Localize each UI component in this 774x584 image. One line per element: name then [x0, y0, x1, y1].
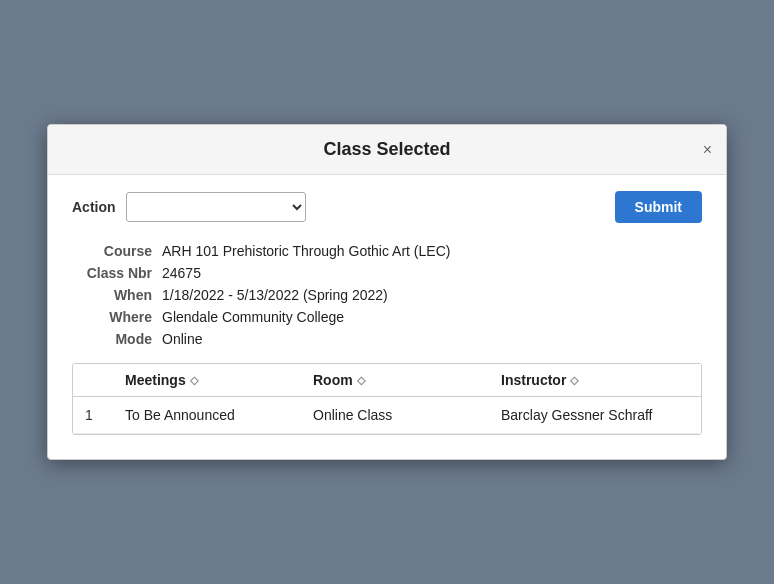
meetings-sort-icon[interactable]: ◇: [190, 374, 198, 387]
modal-header: Class Selected ×: [48, 125, 726, 175]
col-num-header: [85, 372, 125, 388]
row-room: Online Class: [313, 407, 501, 423]
class-nbr-value: 24675: [162, 265, 201, 281]
col-room-header[interactable]: Room ◇: [313, 372, 501, 388]
row-meetings: To Be Announced: [125, 407, 313, 423]
modal-title: Class Selected: [323, 139, 450, 160]
class-nbr-row: Class Nbr 24675: [72, 265, 702, 281]
row-instructor: Barclay Gessner Schraff: [501, 407, 689, 423]
action-select[interactable]: Enroll Drop Waitlist: [126, 192, 306, 222]
action-label: Action: [72, 199, 116, 215]
instructor-sort-icon[interactable]: ◇: [570, 374, 578, 387]
meetings-table: Meetings ◇ Room ◇ Instructor ◇ 1 To Be A…: [72, 363, 702, 435]
instructor-col-label: Instructor: [501, 372, 566, 388]
mode-value: Online: [162, 331, 202, 347]
mode-row: Mode Online: [72, 331, 702, 347]
mode-key: Mode: [72, 331, 162, 347]
when-value: 1/18/2022 - 5/13/2022 (Spring 2022): [162, 287, 388, 303]
when-row: When 1/18/2022 - 5/13/2022 (Spring 2022): [72, 287, 702, 303]
close-button[interactable]: ×: [703, 142, 712, 158]
submit-button[interactable]: Submit: [615, 191, 702, 223]
table-header: Meetings ◇ Room ◇ Instructor ◇: [73, 364, 701, 397]
course-key: Course: [72, 243, 162, 259]
modal-body: Action Enroll Drop Waitlist Submit Cours…: [48, 175, 726, 459]
where-row: Where Glendale Community College: [72, 309, 702, 325]
info-section: Course ARH 101 Prehistoric Through Gothi…: [72, 243, 702, 347]
room-sort-icon[interactable]: ◇: [357, 374, 365, 387]
class-nbr-key: Class Nbr: [72, 265, 162, 281]
course-value: ARH 101 Prehistoric Through Gothic Art (…: [162, 243, 450, 259]
meetings-col-label: Meetings: [125, 372, 186, 388]
room-col-label: Room: [313, 372, 353, 388]
col-meetings-header[interactable]: Meetings ◇: [125, 372, 313, 388]
where-value: Glendale Community College: [162, 309, 344, 325]
action-left: Action Enroll Drop Waitlist: [72, 192, 306, 222]
action-row: Action Enroll Drop Waitlist Submit: [72, 191, 702, 223]
row-num: 1: [85, 407, 125, 423]
course-row: Course ARH 101 Prehistoric Through Gothi…: [72, 243, 702, 259]
where-key: Where: [72, 309, 162, 325]
when-key: When: [72, 287, 162, 303]
modal-dialog: Class Selected × Action Enroll Drop Wait…: [47, 124, 727, 460]
table-row: 1 To Be Announced Online Class Barclay G…: [73, 397, 701, 434]
overlay: Class Selected × Action Enroll Drop Wait…: [0, 0, 774, 584]
col-instructor-header[interactable]: Instructor ◇: [501, 372, 689, 388]
